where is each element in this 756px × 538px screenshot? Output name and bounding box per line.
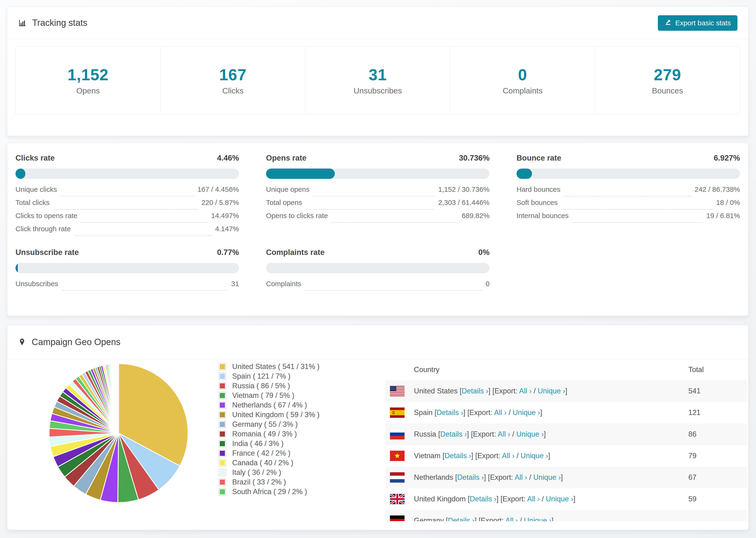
export-unique-link[interactable]: Unique › [513,408,540,417]
legend-swatch [219,478,226,486]
geo-table-country-cell: United Kingdom [Details ›] [Export: All … [385,494,688,504]
stat-box-bounces: 279Bounces [595,46,740,114]
export-all-link[interactable]: All › [502,452,514,460]
legend-label: Spain ( 121 / 7% ) [232,372,291,381]
stat-box-unsubscribes: 31Unsubscribes [305,46,450,114]
export-all-link[interactable]: All › [527,495,540,503]
bracket-text: ] [Export: [497,495,527,503]
geo-card-header: Campaign Geo Opens [7,325,748,359]
rate-row-label: Soft bounces [516,198,558,207]
legend-item-russia: Russia ( 86 / 5% ) [219,381,320,391]
legend-label: Germany ( 55 / 3% ) [232,420,298,429]
rate-row: Unique opens1,152 / 30.736% [266,186,490,198]
geo-table-total-cell: 86 [688,430,747,439]
stat-label: Unsubscribes [353,86,402,95]
geo-table-row-united-states: United States [Details ›] [Export: All ›… [385,380,747,402]
legend-swatch [219,469,226,476]
rate-row-value: 220 / 5.87% [201,198,239,207]
details-link[interactable]: Details › [457,473,484,481]
rate-rows: Unique opens1,152 / 30.736%Total opens2,… [266,186,490,225]
geo-table-total-cell: 67 [688,473,747,482]
geo-pie-chart [48,363,189,504]
geo-table-header-total: Total [688,365,747,374]
progress-bar-track [16,263,239,273]
rate-row-label: Total clicks [16,198,50,207]
rate-head: Clicks rate4.46% [16,153,239,162]
country-line: Russia [Details ›] [Export: All › / Uniq… [414,430,546,439]
tracking-stats-card: Tracking stats Export basic stats 1,152O… [7,7,748,136]
bracket-text: ] [Export: [474,516,505,521]
rate-value: 4.46% [217,153,239,162]
legend-item-netherlands: Netherlands ( 67 / 4% ) [219,400,320,410]
export-unique-link[interactable]: Unique › [546,495,573,503]
legend-swatch [219,459,226,467]
geo-legend: United States ( 541 / 31% )Spain ( 121 /… [219,362,320,497]
bracket-text: ] [Export: [484,473,514,481]
bracket-text: / [510,430,516,438]
rate-row-label: Unsubscribes [16,280,58,288]
export-all-link[interactable]: All › [519,387,531,395]
stat-box-clicks: 167Clicks [160,46,305,114]
export-basic-stats-button[interactable]: Export basic stats [658,15,737,31]
bracket-text: [ [441,452,445,460]
country-name: Spain [414,408,432,417]
export-all-link[interactable]: All › [494,408,507,417]
rate-row-label: Internal bounces [516,212,568,220]
dotted-leader [332,222,458,223]
rate-row-value: 14.497% [211,212,239,220]
export-all-link[interactable]: All › [505,516,518,521]
country-name: United States [414,387,458,395]
legend-label: Italy ( 36 / 2% ) [232,468,281,477]
country-line: Netherlands [Details ›] [Export: All › /… [414,473,563,482]
geo-table-country-cell: Vietnam [Details ›] [Export: All › / Uni… [385,451,688,461]
rate-row-label: Unique clicks [16,186,57,193]
tracking-stats-header: Tracking stats Export basic stats [7,7,748,39]
legend-swatch [219,392,226,399]
rate-value: 0.77% [217,248,239,257]
rate-value: 30.736% [459,153,490,162]
rate-title: Clicks rate [16,153,55,162]
legend-label: Russia ( 86 / 5% ) [232,382,290,390]
details-link[interactable]: Details › [437,408,463,417]
export-all-link[interactable]: All › [514,473,527,481]
details-link[interactable]: Details › [448,516,475,521]
export-all-link[interactable]: All › [498,430,510,438]
rate-title: Complaints rate [266,248,324,257]
bracket-text: [ [466,495,470,503]
bracket-text: ] [561,473,563,481]
bracket-text: / [540,495,546,503]
legend-item-france: France ( 42 / 2% ) [219,448,320,458]
export-unique-link[interactable]: Unique › [533,473,561,481]
rate-block-complaints-rate: Complaints rate0%Complaints0 [266,248,490,293]
details-link[interactable]: Details › [440,430,467,438]
details-link[interactable]: Details › [470,495,497,503]
export-unique-link[interactable]: Unique › [516,430,544,438]
stat-box-complaints: 0Complaints [450,46,595,114]
details-link[interactable]: Details › [461,387,488,395]
geo-table-country-cell: United States [Details ›] [Export: All ›… [385,386,688,396]
geo-card-title-text: Campaign Geo Opens [32,337,121,347]
dotted-leader [313,196,434,196]
legend-swatch [219,440,226,447]
rate-row: Hard bounces242 / 86.738% [516,186,740,198]
export-unique-link[interactable]: Unique › [538,387,565,395]
rate-row: Click through rate4.147% [16,225,239,238]
rate-title: Bounce rate [516,153,561,162]
geo-table: Country Total United States [Details ›] … [385,359,747,521]
geo-table-total-cell: 541 [688,387,747,395]
progress-bar-fill [16,263,18,273]
legend-label: Vietnam ( 79 / 5% ) [232,391,295,400]
legend-item-india: India ( 46 / 3% ) [219,439,320,448]
stat-value: 1,152 [67,66,108,84]
details-link[interactable]: Details › [445,452,471,460]
legend-swatch [219,421,226,428]
rate-row-label: Hard bounces [516,186,561,193]
export-unique-link[interactable]: Unique › [524,516,552,521]
export-unique-link[interactable]: Unique › [520,452,548,460]
legend-swatch [219,450,226,457]
rate-head: Bounce rate6.927% [516,153,740,162]
progress-bar-fill [266,169,335,179]
rate-block-clicks-rate: Clicks rate4.46%Unique clicks167 / 4.456… [16,153,239,238]
rates-card: Clicks rate4.46%Unique clicks167 / 4.456… [7,143,748,316]
country-name: Netherlands [414,473,453,481]
